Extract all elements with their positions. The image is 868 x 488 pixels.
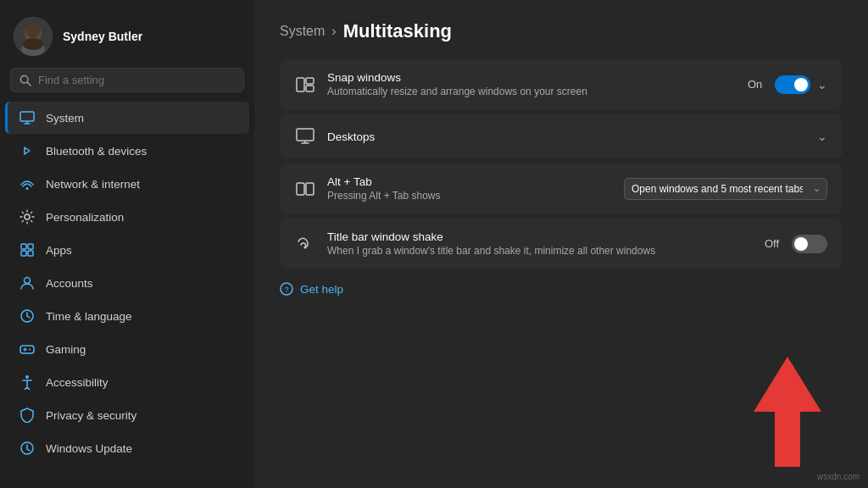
snap-windows-icon <box>295 75 315 95</box>
snap-windows-row: Snap windows Automatically resize and ar… <box>280 59 843 109</box>
snap-windows-toggle[interactable] <box>775 75 810 94</box>
system-icon <box>19 109 36 126</box>
sidebar-item-label-accounts: Accounts <box>46 277 93 290</box>
svg-rect-13 <box>21 244 26 249</box>
bluetooth-icon <box>19 142 36 159</box>
snap-windows-control: On ⌄ <box>748 75 827 94</box>
privacy-icon <box>19 407 36 424</box>
svg-point-33 <box>304 246 307 248</box>
title-bar-shake-icon <box>295 234 315 254</box>
avatar[interactable] <box>14 17 53 56</box>
desktops-title: Desktops <box>327 130 805 143</box>
alt-tab-desc: Pressing Alt + Tab shows <box>327 190 612 202</box>
title-bar-shake-title: Title bar window shake <box>327 230 753 243</box>
svg-rect-26 <box>306 78 314 84</box>
sidebar-item-label-bluetooth: Bluetooth & devices <box>46 145 147 158</box>
svg-rect-28 <box>297 129 314 141</box>
sidebar-item-windows-update[interactable]: Windows Update <box>5 432 249 464</box>
sidebar-item-accounts[interactable]: Accounts <box>5 267 249 299</box>
svg-rect-8 <box>20 112 34 121</box>
svg-point-5 <box>23 38 43 50</box>
get-help-label: Get help <box>300 283 343 296</box>
alt-tab-select[interactable]: Open windows and 5 most recent tabs in M… <box>624 178 827 200</box>
svg-point-17 <box>25 278 31 284</box>
sidebar-item-label-system: System <box>46 112 84 125</box>
title-bar-shake-state: Off <box>765 237 785 250</box>
snap-windows-desc: Automatically resize and arrange windows… <box>327 86 736 97</box>
desktops-card: Desktops ⌄ <box>280 114 843 158</box>
main-content: System › Multitasking Snap windows Autom… <box>254 0 868 488</box>
svg-rect-19 <box>20 346 34 353</box>
svg-point-12 <box>25 214 30 219</box>
snap-windows-card: Snap windows Automatically resize and ar… <box>280 59 843 109</box>
content-area: System › Multitasking Snap windows Autom… <box>254 0 868 488</box>
svg-rect-25 <box>297 78 304 92</box>
nav-list: System Bluetooth & devices Network & int… <box>0 101 254 488</box>
svg-line-7 <box>27 82 31 86</box>
username: Sydney Butler <box>63 30 142 43</box>
search-box[interactable] <box>10 68 244 92</box>
snap-windows-chevron[interactable]: ⌄ <box>817 78 827 92</box>
sidebar-item-time[interactable]: Time & language <box>5 300 249 332</box>
svg-point-4 <box>26 23 40 38</box>
user-section: Sydney Butler <box>0 8 254 68</box>
svg-rect-31 <box>297 183 304 195</box>
desktops-text: Desktops <box>327 130 805 143</box>
sidebar-item-bluetooth[interactable]: Bluetooth & devices <box>5 135 249 167</box>
breadcrumb-parent[interactable]: System <box>280 24 325 39</box>
get-help-icon: ? <box>280 282 293 296</box>
alt-tab-control: Open windows and 5 most recent tabs in M… <box>624 178 827 200</box>
sidebar-item-label-personalization: Personalization <box>46 211 124 224</box>
alt-tab-title: Alt + Tab <box>327 175 612 188</box>
sidebar-item-personalization[interactable]: Personalization <box>5 201 249 233</box>
snap-windows-text: Snap windows Automatically resize and ar… <box>327 71 736 97</box>
sidebar-item-label-windows-update: Windows Update <box>46 442 132 455</box>
desktops-icon <box>295 126 315 147</box>
accounts-icon <box>19 274 36 291</box>
sidebar-item-label-apps: Apps <box>46 244 72 257</box>
sidebar-item-system[interactable]: System <box>5 102 249 134</box>
sidebar-item-accessibility[interactable]: Accessibility <box>5 366 249 398</box>
title-bar-shake-desc: When I grab a window's title bar and sha… <box>327 245 753 257</box>
sidebar-item-network[interactable]: Network & internet <box>5 168 249 200</box>
breadcrumb-current: Multitasking <box>343 20 452 42</box>
desktops-row: Desktops ⌄ <box>280 114 843 158</box>
alt-tab-icon <box>295 179 315 199</box>
title-bar-shake-text: Title bar window shake When I grab a win… <box>327 230 753 257</box>
get-help-link[interactable]: ? Get help <box>280 282 843 296</box>
svg-rect-16 <box>28 251 33 256</box>
title-bar-shake-row: Title bar window shake When I grab a win… <box>280 219 843 269</box>
sidebar-item-apps[interactable]: Apps <box>5 234 249 266</box>
title-bar-shake-control: Off <box>765 235 827 253</box>
apps-icon <box>19 241 36 258</box>
alt-tab-row: Alt + Tab Pressing Alt + Tab shows Open … <box>280 164 843 214</box>
svg-rect-15 <box>21 251 26 256</box>
breadcrumb-separator: › <box>331 24 336 39</box>
svg-rect-27 <box>306 86 314 92</box>
sidebar-item-label-privacy: Privacy & security <box>46 409 136 422</box>
desktops-control: ⌄ <box>817 130 827 143</box>
desktops-chevron[interactable]: ⌄ <box>817 130 827 143</box>
svg-rect-32 <box>306 183 314 195</box>
sidebar-item-privacy[interactable]: Privacy & security <box>5 399 249 431</box>
alt-tab-select-wrapper: Open windows and 5 most recent tabs in M… <box>624 178 827 200</box>
alt-tab-text: Alt + Tab Pressing Alt + Tab shows <box>327 175 612 202</box>
time-icon <box>19 308 36 324</box>
svg-text:?: ? <box>285 286 289 294</box>
sidebar-item-label-network: Network & internet <box>46 178 140 191</box>
svg-point-22 <box>29 349 31 351</box>
snap-windows-state: On <box>748 78 768 91</box>
search-input[interactable] <box>38 74 235 86</box>
sidebar: Sydney Butler System <box>0 0 254 488</box>
gaming-icon <box>19 341 36 358</box>
sidebar-item-gaming[interactable]: Gaming <box>5 333 249 365</box>
search-icon <box>19 75 31 86</box>
alt-tab-card: Alt + Tab Pressing Alt + Tab shows Open … <box>280 164 843 214</box>
svg-point-23 <box>25 375 29 379</box>
accessibility-icon <box>19 374 36 391</box>
svg-rect-14 <box>28 244 33 249</box>
breadcrumb: System › Multitasking <box>280 20 843 42</box>
network-icon <box>19 175 36 192</box>
title-bar-shake-toggle[interactable] <box>792 235 827 253</box>
snap-windows-title: Snap windows <box>327 71 736 84</box>
